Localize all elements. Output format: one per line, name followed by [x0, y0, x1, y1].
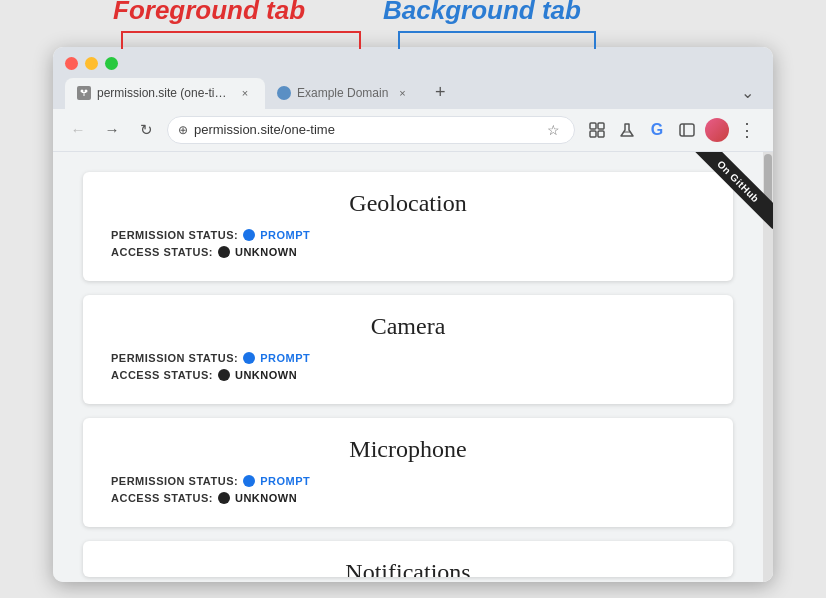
card-camera-title: Camera	[111, 313, 705, 340]
tab1-title: permission.site (one-time)	[97, 86, 231, 100]
card-microphone: Microphone PERMISSION STATUS: PROMPT ACC…	[83, 418, 733, 527]
forward-button[interactable]: →	[99, 117, 125, 143]
permission-dot-blue	[243, 475, 255, 487]
svg-rect-5	[598, 123, 604, 129]
page-content: On GitHub Geolocation PERMISSION STATUS:…	[53, 152, 763, 582]
avatar-circle	[705, 118, 729, 142]
reload-button[interactable]: ↻	[133, 117, 159, 143]
card-partial: Notifications	[83, 541, 733, 577]
content-area: On GitHub Geolocation PERMISSION STATUS:…	[53, 152, 773, 582]
window-controls	[65, 57, 761, 70]
card-partial-title: Notifications	[111, 559, 705, 577]
card-geolocation-permission-row: PERMISSION STATUS: PROMPT	[111, 229, 705, 241]
minimize-dot[interactable]	[85, 57, 98, 70]
access-label: ACCESS STATUS:	[111, 492, 213, 504]
svg-rect-9	[680, 124, 694, 136]
toolbar-icons: G ⋮	[583, 116, 761, 144]
access-dot-black	[218, 246, 230, 258]
url-text: permission.site/one-time	[194, 122, 541, 137]
background-label: Background tab	[383, 0, 581, 26]
tab1-close-button[interactable]: ×	[237, 85, 253, 101]
more-menu-button[interactable]: ⋮	[733, 116, 761, 144]
background-bracket	[398, 31, 596, 49]
card-camera: Camera PERMISSION STATUS: PROMPT ACCESS …	[83, 295, 733, 404]
card-camera-permission-row: PERMISSION STATUS: PROMPT	[111, 352, 705, 364]
maximize-dot[interactable]	[105, 57, 118, 70]
permission-dot-blue	[243, 229, 255, 241]
bookmark-icon[interactable]: ☆	[547, 122, 560, 138]
permission-status: PROMPT	[260, 352, 310, 364]
title-bar: permission.site (one-time) × Example Dom…	[53, 47, 773, 109]
access-status: UNKNOWN	[235, 369, 297, 381]
secure-icon: ⊕	[178, 123, 188, 137]
card-geolocation-title: Geolocation	[111, 190, 705, 217]
tabs-row: permission.site (one-time) × Example Dom…	[65, 78, 761, 109]
access-label: ACCESS STATUS:	[111, 369, 213, 381]
card-camera-access-row: ACCESS STATUS: UNKNOWN	[111, 369, 705, 381]
foreground-label: Foreground tab	[113, 0, 305, 26]
svg-rect-4	[590, 123, 596, 129]
tab-menu-button[interactable]: ⌄	[733, 79, 761, 107]
permission-dot-blue	[243, 352, 255, 364]
tab2-icon	[277, 86, 291, 100]
permission-status: PROMPT	[260, 475, 310, 487]
permission-label: PERMISSION STATUS:	[111, 475, 238, 487]
svg-rect-6	[590, 131, 596, 137]
card-microphone-permission-row: PERMISSION STATUS: PROMPT	[111, 475, 705, 487]
tab2-close-button[interactable]: ×	[394, 85, 410, 101]
svg-rect-7	[598, 131, 604, 137]
permission-status: PROMPT	[260, 229, 310, 241]
back-button[interactable]: ←	[65, 117, 91, 143]
card-geolocation-access-row: ACCESS STATUS: UNKNOWN	[111, 246, 705, 258]
scrollbar-track[interactable]	[763, 152, 773, 582]
permission-label: PERMISSION STATUS:	[111, 352, 238, 364]
card-microphone-access-row: ACCESS STATUS: UNKNOWN	[111, 492, 705, 504]
extensions-icon[interactable]	[583, 116, 611, 144]
access-label: ACCESS STATUS:	[111, 246, 213, 258]
tab2-title: Example Domain	[297, 86, 388, 100]
browser-window: permission.site (one-time) × Example Dom…	[53, 47, 773, 582]
tab1-icon	[77, 86, 91, 100]
access-dot-black	[218, 492, 230, 504]
google-g-letter: G	[651, 121, 663, 139]
url-bar[interactable]: ⊕ permission.site/one-time ☆	[167, 116, 575, 144]
card-geolocation: Geolocation PERMISSION STATUS: PROMPT AC…	[83, 172, 733, 281]
card-microphone-title: Microphone	[111, 436, 705, 463]
tab-foreground[interactable]: permission.site (one-time) ×	[65, 78, 265, 109]
profile-avatar[interactable]	[703, 116, 731, 144]
address-bar: ← → ↻ ⊕ permission.site/one-time ☆	[53, 109, 773, 152]
new-tab-button[interactable]: +	[426, 79, 454, 107]
access-status: UNKNOWN	[235, 492, 297, 504]
close-dot[interactable]	[65, 57, 78, 70]
scrollbar-thumb[interactable]	[764, 154, 772, 214]
tab-background[interactable]: Example Domain ×	[265, 78, 422, 109]
permission-label: PERMISSION STATUS:	[111, 229, 238, 241]
google-icon[interactable]: G	[643, 116, 671, 144]
sidebar-icon[interactable]	[673, 116, 701, 144]
access-status: UNKNOWN	[235, 246, 297, 258]
labs-icon[interactable]	[613, 116, 641, 144]
foreground-bracket	[121, 31, 361, 49]
access-dot-black	[218, 369, 230, 381]
